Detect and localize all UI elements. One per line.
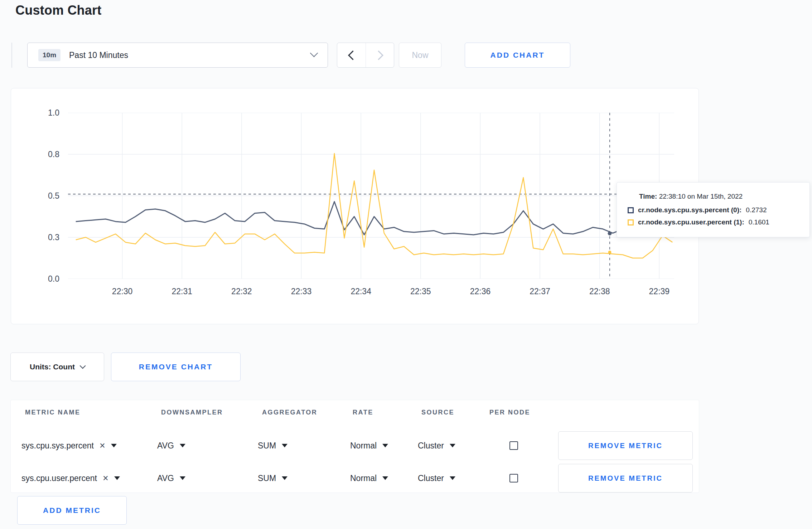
x-tick-label: 22:38 xyxy=(575,286,625,297)
units-dropdown[interactable]: Units: Count xyxy=(10,353,104,381)
x-tick-label: 22:32 xyxy=(217,286,267,297)
downsampler-value: AVG xyxy=(157,441,174,451)
metric-name-value: sys.cpu.user.percent xyxy=(21,474,97,483)
tooltip-series-label: cr.node.sys.cpu.user.percent (1): xyxy=(638,218,744,226)
x-tick-label: 22:34 xyxy=(336,286,386,297)
rate-select[interactable]: Normal xyxy=(350,430,388,461)
remove-metric-button[interactable]: REMOVE METRIC xyxy=(558,464,693,492)
tooltip-series-value: 0.2732 xyxy=(746,206,767,214)
caret-down-icon xyxy=(382,444,388,447)
remove-metric-button[interactable]: REMOVE METRIC xyxy=(558,431,693,460)
tooltip-series-row: cr.node.sys.cpu.user.percent (1): 0.1601 xyxy=(628,218,799,226)
rate-value: Normal xyxy=(350,441,377,451)
metric-name-select[interactable]: sys.cpu.sys.percent × xyxy=(21,430,117,461)
col-header-metric-name: METRIC NAME xyxy=(25,409,81,416)
metric-name-select[interactable]: sys.cpu.user.percent × xyxy=(21,463,120,494)
chevron-down-icon xyxy=(310,49,318,57)
caret-down-icon xyxy=(111,444,117,447)
x-tick-label: 22:31 xyxy=(157,286,207,297)
source-value: Cluster xyxy=(418,474,444,483)
caret-down-icon xyxy=(114,476,120,480)
aggregator-select[interactable]: SUM xyxy=(258,430,287,461)
chart-plot[interactable] xyxy=(68,113,674,279)
now-button[interactable]: Now xyxy=(399,43,441,68)
tooltip-time-label: Time: xyxy=(639,193,657,200)
y-tick-label: 0.0 xyxy=(16,273,59,284)
caret-down-icon xyxy=(282,444,287,447)
y-tick-label: 1.0 xyxy=(16,107,59,118)
rate-value: Normal xyxy=(350,474,377,483)
aggregator-value: SUM xyxy=(258,474,276,483)
col-header-per-node: PER NODE xyxy=(489,409,530,416)
rate-select[interactable]: Normal xyxy=(350,463,388,494)
chevron-right-icon xyxy=(374,50,383,60)
metric-row: sys.cpu.user.percent × AVG SUM Normal Cl… xyxy=(11,463,699,494)
y-tick-label: 0.8 xyxy=(16,149,59,160)
metric-row: sys.cpu.sys.percent × AVG SUM Normal Clu… xyxy=(11,430,699,461)
units-label: Units: Count xyxy=(30,363,75,371)
aggregator-select[interactable]: SUM xyxy=(258,463,287,494)
add-metric-button[interactable]: ADD METRIC xyxy=(17,496,127,525)
caret-down-icon xyxy=(180,476,185,480)
tooltip-series-value: 0.1601 xyxy=(749,218,769,226)
time-window-dropdown[interactable]: 10m Past 10 Minutes xyxy=(27,43,328,68)
tooltip-series-label: cr.node.sys.cpu.sys.percent (0): xyxy=(638,206,741,214)
caret-down-icon xyxy=(382,476,388,480)
time-prev-button[interactable] xyxy=(337,43,366,67)
y-tick-label: 0.5 xyxy=(16,190,59,201)
x-tick-label: 22:36 xyxy=(455,286,505,297)
downsampler-select[interactable]: AVG xyxy=(157,463,185,494)
downsampler-select[interactable]: AVG xyxy=(157,430,185,461)
aggregator-value: SUM xyxy=(258,441,276,451)
x-tick-label: 22:33 xyxy=(276,286,327,297)
chevron-down-icon xyxy=(79,363,86,369)
source-select[interactable]: Cluster xyxy=(418,430,455,461)
time-window-label: Past 10 Minutes xyxy=(69,50,128,60)
caret-down-icon xyxy=(450,444,455,447)
time-window-badge: 10m xyxy=(38,49,61,61)
y-tick-label: 0.3 xyxy=(16,232,59,243)
x-tick-label: 22:35 xyxy=(396,286,446,297)
col-header-rate: RATE xyxy=(353,409,373,416)
time-next-button[interactable] xyxy=(366,43,394,67)
clear-metric-icon[interactable]: × xyxy=(100,441,105,451)
chart-tooltip: Time: 22:38:10 on Mar 15th, 2022 cr.node… xyxy=(617,182,810,237)
per-node-checkbox[interactable] xyxy=(509,474,518,482)
col-header-downsampler: DOWNSAMPLER xyxy=(161,409,223,416)
metric-name-value: sys.cpu.sys.percent xyxy=(21,441,94,451)
x-tick-label: 22:37 xyxy=(515,286,565,297)
remove-chart-button[interactable]: REMOVE CHART xyxy=(111,353,241,381)
col-header-source: SOURCE xyxy=(421,409,454,416)
chevron-left-icon xyxy=(348,50,358,60)
chart-card: 0.00.30.50.81.0 22:3022:3122:3222:3322:3… xyxy=(11,88,699,324)
tooltip-time-row: Time: 22:38:10 on Mar 15th, 2022 xyxy=(639,193,799,200)
clear-metric-icon[interactable]: × xyxy=(103,474,108,483)
tooltip-series-row: cr.node.sys.cpu.sys.percent (0): 0.2732 xyxy=(628,206,799,214)
toolbar-divider xyxy=(11,43,12,68)
source-select[interactable]: Cluster xyxy=(418,463,455,494)
downsampler-value: AVG xyxy=(157,474,174,483)
page-title: Custom Chart xyxy=(15,3,101,18)
time-nav-group xyxy=(337,43,394,68)
add-chart-button[interactable]: ADD CHART xyxy=(465,43,570,68)
series-swatch-sys xyxy=(628,207,634,213)
caret-down-icon xyxy=(282,476,287,480)
source-value: Cluster xyxy=(418,441,444,451)
metrics-table: METRIC NAME DOWNSAMPLER AGGREGATOR RATE … xyxy=(10,400,699,493)
caret-down-icon xyxy=(450,476,455,480)
col-header-aggregator: AGGREGATOR xyxy=(262,409,317,416)
series-swatch-user xyxy=(628,219,634,225)
per-node-checkbox[interactable] xyxy=(509,441,518,450)
caret-down-icon xyxy=(180,444,185,447)
x-tick-label: 22:30 xyxy=(97,286,148,297)
tooltip-time-value: 22:38:10 on Mar 15th, 2022 xyxy=(659,193,743,200)
x-tick-label: 22:39 xyxy=(634,286,684,297)
